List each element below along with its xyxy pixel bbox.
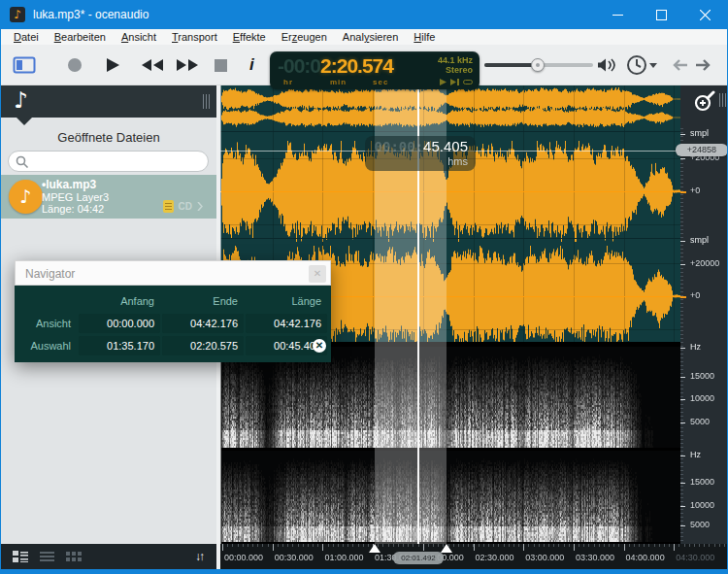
close-icon	[700, 10, 711, 20]
ruler-tick-label: 5000	[690, 417, 710, 426]
navigator-corner	[20, 291, 77, 311]
sidebar-toggle-icon	[13, 56, 36, 74]
music-note-tab-icon[interactable]: ♪	[14, 87, 28, 113]
timeline-tick-label: 04:00.000	[626, 553, 665, 562]
detail-view-icon[interactable]	[13, 551, 28, 562]
tooltip-ghost: 00:00:	[375, 139, 424, 154]
sort-icon[interactable]: ↓↑	[195, 550, 203, 563]
skip-end-icon	[450, 79, 459, 85]
ruler-unit-label: Hz	[690, 450, 701, 459]
time-value: 2:20.574	[320, 54, 393, 77]
timeline-tick-label: 00:30.000	[275, 553, 314, 562]
stop-icon	[215, 59, 227, 72]
time-display[interactable]: -00:02:20.574 hr min sec 44.1 kHz Stereo	[270, 51, 480, 89]
navigation-forward-button[interactable]	[696, 45, 712, 85]
menu-item-analysieren[interactable]: Analysieren	[335, 29, 407, 45]
menu-item-effekte[interactable]: Effekte	[225, 29, 274, 45]
timeline-tick-label: 03:00.000	[525, 553, 564, 562]
chevron-down-icon	[649, 63, 657, 68]
selection-end-marker[interactable]	[441, 544, 452, 553]
amplitude-frequency-ruler[interactable]: smpl+20000+0smpl+20000+0Hz15000100005000…	[680, 85, 728, 544]
volume-up-icon	[597, 45, 616, 85]
title-bar: ♪ luka.mp3* - ocenaudio	[1, 0, 727, 29]
zoom-plus-icon[interactable]	[693, 90, 718, 116]
navigator-title-bar[interactable]: Navigator ✕	[15, 260, 331, 286]
ruler-drag-handle[interactable]	[719, 93, 726, 107]
volume-slider-track[interactable]	[484, 63, 593, 67]
volume-slider-handle[interactable]	[531, 58, 545, 72]
timeline-tick-label: 03:30.000	[576, 553, 614, 562]
file-list-item[interactable]: ♪ •luka.mp3 MPEG Layer3 Länge: 04:42 CD	[1, 175, 216, 219]
sidebar-tab-strip: ♪	[1, 85, 216, 118]
info-button[interactable]: i	[249, 45, 254, 85]
selection-duration-tooltip: 00:00:45.405 hms	[365, 136, 476, 171]
chevron-right-icon	[197, 202, 203, 211]
play-mode-icon	[440, 79, 447, 85]
volume-slider-fill	[484, 63, 538, 67]
time-format-button[interactable]	[626, 45, 657, 85]
list-view-icon[interactable]	[40, 551, 54, 562]
menu-item-bearbeiten[interactable]: Bearbeiten	[47, 29, 114, 45]
navigator-table: AnfangEndeLängeAnsicht00:00.00004:42.176…	[20, 291, 325, 355]
ruler-unit-label: Hz	[690, 342, 701, 352]
navigator-body: AnfangEndeLängeAnsicht00:00.00004:42.176…	[15, 286, 331, 362]
tooltip-value: 45.405	[423, 138, 468, 154]
rewind-icon	[141, 58, 164, 72]
menu-bar: DateiBearbeitenAnsichtTransportEffekteEr…	[1, 29, 727, 45]
file-length: Länge: 04:42	[42, 203, 104, 215]
navigator-value-cell[interactable]: 04:42.176	[246, 314, 327, 333]
timeline-tick-label: 02:30.000	[476, 553, 514, 562]
navigator-value-cell[interactable]: 02:20.575	[162, 336, 244, 355]
minimize-button[interactable]	[596, 0, 640, 29]
search-box[interactable]	[8, 151, 209, 172]
rewind-button[interactable]	[141, 45, 164, 85]
search-input[interactable]	[32, 152, 202, 170]
transport-mode-icons	[440, 79, 473, 85]
navigator-title: Navigator	[25, 267, 75, 281]
menu-item-hilfe[interactable]: Hilfe	[406, 29, 443, 45]
grid-view-icon[interactable]	[66, 551, 82, 562]
navigator-value-cell[interactable]: 04:42.176	[162, 314, 244, 333]
ruler-hover-value: +24858	[676, 144, 728, 156]
navigator-value-cell[interactable]: 00:00.000	[79, 314, 160, 333]
sidebar-drag-handle[interactable]	[203, 94, 210, 109]
ruler-tick-label: +0	[690, 290, 700, 300]
ruler-tick-label: 10000	[690, 393, 714, 403]
cd-badge: CD	[179, 201, 192, 212]
ruler-tick-label: +0	[690, 186, 700, 195]
loop-icon	[463, 79, 473, 85]
menu-item-transport[interactable]: Transport	[164, 29, 225, 45]
play-button[interactable]	[106, 45, 120, 85]
menu-item-ansicht[interactable]: Ansicht	[114, 29, 164, 45]
clear-selection-button[interactable]: ✕	[313, 339, 326, 353]
menu-item-erzeugen[interactable]: Erzeugen	[274, 29, 335, 45]
stop-button[interactable]	[215, 45, 227, 85]
ruler-tick-label: 15000	[690, 371, 714, 381]
navigator-close-button[interactable]: ✕	[309, 265, 326, 283]
fast-forward-button[interactable]	[176, 45, 199, 85]
arrow-left-icon	[671, 59, 687, 71]
unit-sec: sec	[373, 78, 388, 86]
metadata-icon[interactable]	[163, 200, 174, 213]
undo-navigation-back-button[interactable]	[671, 45, 687, 85]
close-button[interactable]	[683, 0, 727, 29]
channel-mode: Stereo	[438, 65, 473, 75]
selection-start-marker[interactable]	[369, 544, 381, 553]
clock-icon	[626, 54, 647, 76]
tooltip-unit: hms	[365, 155, 468, 167]
sidebar-status-bar: ↓↑	[1, 544, 216, 569]
navigator-panel[interactable]: Navigator ✕ AnfangEndeLängeAnsicht00:00.…	[15, 260, 331, 362]
navigator-value-cell[interactable]: 01:35.170	[79, 336, 160, 355]
minimize-icon	[612, 10, 623, 20]
maximize-button[interactable]	[640, 0, 683, 29]
menu-item-datei[interactable]: Datei	[6, 29, 47, 45]
search-icon	[16, 155, 29, 169]
ruler-tick-label: 10000	[690, 500, 714, 510]
toggle-sidebar-button[interactable]	[13, 45, 36, 85]
record-button[interactable]	[67, 45, 83, 85]
record-icon	[67, 57, 83, 73]
timeline-ruler[interactable]: 00:00.00000:30.00001:00.00001:30.00002:0…	[220, 544, 728, 569]
timeline-tick-label: 01:00.000	[324, 553, 363, 562]
time-ghost-digits: -00:0	[278, 54, 320, 77]
audio-file-icon: ♪	[9, 180, 43, 214]
